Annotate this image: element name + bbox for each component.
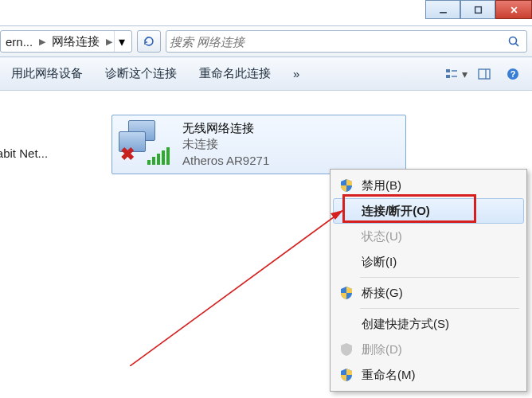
uac-shield-icon xyxy=(339,342,354,357)
minimize-button[interactable] xyxy=(425,0,460,19)
ctx-status: 状态(U) xyxy=(333,224,524,249)
wifi-status: 未连接 xyxy=(182,136,269,152)
toolbar-disable-device[interactable]: 用此网络设备 xyxy=(0,57,94,90)
ctx-connect-disconnect[interactable]: 连接/断开(O) xyxy=(333,198,524,224)
context-menu: 禁用(B) 连接/断开(O) 状态(U) 诊断(I) 桥接(G) 创建快捷方式(… xyxy=(330,169,527,392)
toolbar-label: 诊断这个连接 xyxy=(105,66,177,81)
svg-rect-1 xyxy=(475,6,481,13)
uac-shield-icon xyxy=(339,286,354,300)
wifi-connection-item[interactable]: ✖ 无线网络连接 未连接 Atheros AR9271 xyxy=(111,115,406,174)
svg-rect-7 xyxy=(446,75,450,78)
breadcrumb-part-2[interactable]: 网络连接 xyxy=(47,31,104,52)
preview-pane-button[interactable] xyxy=(471,63,497,85)
ctx-delete: 删除(D) xyxy=(333,337,524,362)
ctx-separator xyxy=(360,308,519,309)
toolbar-label: » xyxy=(293,67,299,80)
refresh-button[interactable] xyxy=(137,30,161,53)
wifi-adapter-name: Atheros AR9271 xyxy=(182,153,269,169)
window-caption-buttons xyxy=(425,0,532,19)
search-input[interactable] xyxy=(170,35,504,49)
chevron-down-icon: ▾ xyxy=(459,68,467,80)
search-icon[interactable] xyxy=(504,35,523,48)
ctx-label: 状态(U) xyxy=(362,229,402,244)
breadcrumb-separator-icon: ▶ xyxy=(37,37,47,47)
view-mode-button[interactable]: ▾ xyxy=(443,63,468,85)
close-button[interactable] xyxy=(495,0,532,19)
ctx-label: 删除(D) xyxy=(362,342,402,357)
breadcrumb-separator-icon: ▶ xyxy=(104,37,114,47)
toolbar-rename[interactable]: 重命名此连接 xyxy=(188,57,282,90)
help-button[interactable]: ? xyxy=(500,63,526,85)
breadcrumb[interactable]: ern... ▶ 网络连接 ▶ ▾ xyxy=(0,30,132,53)
ctx-separator xyxy=(360,277,519,278)
breadcrumb-part-1[interactable]: ern... xyxy=(1,31,37,52)
toolbar-label: 重命名此连接 xyxy=(199,66,271,81)
ctx-diagnose[interactable]: 诊断(I) xyxy=(333,249,524,275)
uac-shield-icon xyxy=(339,178,354,193)
ethernet-adapter-label[interactable]: 3 Gigabit Net... xyxy=(0,146,48,160)
ctx-label: 禁用(B) xyxy=(362,178,401,193)
toolbar-overflow[interactable]: » xyxy=(282,57,311,90)
ctx-label: 创建快捷方式(S) xyxy=(362,317,449,332)
toolbar-diagnose[interactable]: 诊断这个连接 xyxy=(94,57,188,90)
breadcrumb-dropdown-icon[interactable]: ▾ xyxy=(114,31,128,52)
ctx-label: 重命名(M) xyxy=(362,368,416,383)
maximize-button[interactable] xyxy=(460,0,495,19)
svg-rect-6 xyxy=(446,69,450,72)
wifi-adapter-icon: ✖ xyxy=(119,120,174,165)
toolbar-label: 用此网络设备 xyxy=(11,66,83,81)
refresh-icon xyxy=(143,35,155,48)
svg-line-5 xyxy=(516,44,519,47)
ctx-rename[interactable]: 重命名(M) xyxy=(333,362,524,388)
search-box[interactable] xyxy=(166,30,527,53)
ctx-disable[interactable]: 禁用(B) xyxy=(333,173,524,198)
ctx-label: 桥接(G) xyxy=(362,286,403,301)
command-toolbar: 用此网络设备 诊断这个连接 重命名此连接 » ▾ ? xyxy=(0,57,532,91)
uac-shield-icon xyxy=(339,368,354,382)
disconnected-x-icon: ✖ xyxy=(120,144,135,165)
svg-rect-10 xyxy=(479,69,490,79)
ctx-bridge[interactable]: 桥接(G) xyxy=(333,280,524,306)
wifi-title: 无线网络连接 xyxy=(182,120,269,136)
ctx-label: 诊断(I) xyxy=(362,255,397,270)
svg-text:?: ? xyxy=(510,69,516,79)
ctx-label: 连接/断开(O) xyxy=(362,204,430,219)
address-bar: ern... ▶ 网络连接 ▶ ▾ xyxy=(0,25,532,57)
ctx-create-shortcut[interactable]: 创建快捷方式(S) xyxy=(333,311,524,337)
wifi-text: 无线网络连接 未连接 Atheros AR9271 xyxy=(182,120,269,169)
signal-bars-icon xyxy=(147,147,170,165)
svg-point-4 xyxy=(510,37,517,45)
